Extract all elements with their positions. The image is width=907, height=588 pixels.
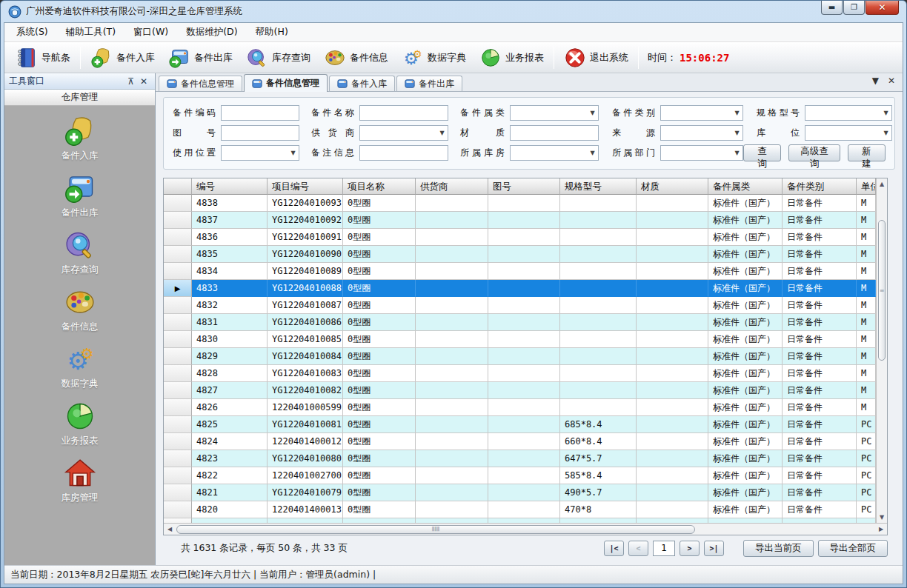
last-page-button[interactable]: >| (704, 541, 724, 556)
field-combo-供货商[interactable]: ▼ (359, 125, 448, 141)
row-selector-cell[interactable] (164, 484, 192, 501)
toolbar-button-navbar[interactable]: 导航条 (9, 44, 77, 72)
column-header-供货商[interactable]: 供货商 (416, 178, 488, 195)
menu-item-5[interactable]: 帮助(H) (247, 23, 297, 41)
column-header-备件属类[interactable]: 备件属类 (708, 178, 783, 195)
advanced-query-button[interactable]: 高级查询 (788, 144, 840, 161)
field-combo-使用位置[interactable]: ▼ (221, 145, 299, 161)
close-button[interactable]: ✕ (866, 1, 899, 15)
field-combo-规格型号[interactable]: ▼ (805, 105, 892, 121)
scroll-up-icon[interactable]: ▲ (877, 178, 887, 190)
sidebar-item-parts-out[interactable]: 备件出库 (4, 172, 155, 219)
column-header-项目编号[interactable]: 项目编号 (268, 178, 343, 195)
row-selector-cell[interactable] (164, 348, 192, 365)
table-row[interactable] (164, 518, 876, 523)
export-current-page-button[interactable]: 导出当前页 (743, 540, 814, 557)
scroll-down-icon[interactable]: ▼ (877, 512, 887, 523)
row-selector-cell[interactable] (164, 314, 192, 331)
table-row[interactable]: 4827YG122040100820型圈标准件（国产）日常备件M (164, 382, 876, 399)
row-selector-cell[interactable] (164, 433, 192, 450)
toolbar-button-parts-info[interactable]: 备件信息 (317, 44, 395, 72)
row-selector-cell[interactable] (164, 297, 192, 314)
tab-1[interactable]: 备件信息管理 (159, 76, 242, 91)
column-header-编号[interactable]: 编号 (192, 178, 268, 195)
row-selector-cell[interactable] (164, 450, 192, 467)
sidebar-item-parts-in[interactable]: 备件入库 (4, 115, 155, 162)
row-selector-cell[interactable] (164, 212, 192, 229)
horizontal-scrollbar-thumb[interactable]: ⦀⦀⦀ (176, 525, 695, 534)
menu-item-2[interactable]: 辅助工具(T) (57, 23, 124, 41)
tab-list-dropdown-icon[interactable]: ▼ (872, 76, 879, 85)
tab-4[interactable]: 备件出库 (396, 76, 462, 91)
field-input-图号[interactable] (221, 125, 299, 141)
row-selector-cell[interactable] (164, 467, 192, 484)
title-bar[interactable]: 广州爱奇迪软件科技有限公司-深田之星仓库管理系统 (1, 1, 906, 22)
row-selector-cell[interactable] (164, 229, 192, 246)
tab-2[interactable]: 备件信息管理 (244, 74, 328, 92)
export-all-pages-button[interactable]: 导出全部页 (818, 540, 888, 557)
field-combo-来源[interactable]: ▼ (660, 125, 743, 141)
sidebar-item-parts-info[interactable]: 备件信息 (4, 286, 155, 333)
table-row[interactable]: 482212204010027000型圈585*8.4标准件（国产）日常备件PC (164, 467, 876, 484)
toolbar-button-report[interactable]: 业务报表 (473, 44, 551, 72)
row-selector-cell[interactable]: ▶ (164, 280, 192, 297)
pin-icon[interactable]: ⊼ (124, 76, 137, 87)
table-row[interactable]: 4830YG122040100850型圈标准件（国产）日常备件M (164, 331, 876, 348)
table-row[interactable]: 4825YG122040100810型圈685*8.4标准件（国产）日常备件PC (164, 416, 876, 433)
close-panel-icon[interactable]: ✕ (137, 76, 150, 87)
menu-item-3[interactable]: 窗口(W) (124, 23, 177, 41)
sidebar-item-warehouse-mgmt[interactable]: 库房管理 (4, 457, 155, 504)
row-selector-cell[interactable] (164, 518, 192, 523)
toolbar-button-exit[interactable]: 退出系统 (557, 44, 635, 72)
prev-page-button[interactable]: < (628, 541, 648, 556)
table-row[interactable]: 482012204014000130型圈470*8标准件（国产）日常备件PC (164, 501, 876, 518)
table-row[interactable]: 482612204010005990型圈标准件（国产）日常备件M (164, 399, 876, 416)
field-input-备件编码[interactable] (221, 105, 299, 121)
vertical-scrollbar-thumb[interactable]: ≡ (878, 220, 886, 361)
query-button[interactable]: 查询 (743, 144, 781, 161)
table-row[interactable]: 4823YG122040100800型圈647*5.7标准件（国产）日常备件PC (164, 450, 876, 467)
page-number-input[interactable] (653, 541, 675, 556)
table-row[interactable]: 4835YG122040100900型圈标准件（国产）日常备件M (164, 246, 876, 263)
toolbar-button-parts-in[interactable]: 备件入库 (84, 44, 162, 72)
field-combo-备件属类[interactable]: ▼ (510, 105, 599, 121)
first-page-button[interactable]: |< (604, 541, 624, 556)
field-combo-所属部门[interactable]: ▼ (660, 145, 743, 161)
column-header-单位[interactable]: 单位 (857, 178, 876, 195)
row-selector-cell[interactable] (164, 365, 192, 382)
next-page-button[interactable]: > (680, 541, 700, 556)
field-combo-库位[interactable]: ▼ (805, 125, 892, 141)
table-row[interactable]: 4837YG122040100920型圈标准件（国产）日常备件M (164, 212, 876, 229)
column-header-备件类别[interactable]: 备件类别 (783, 178, 857, 195)
row-selector-cell[interactable] (164, 501, 192, 518)
column-header-规格型号[interactable]: 规格型号 (560, 178, 637, 195)
toolbar-button-data-dict[interactable]: ⚙⚙数据字典 (395, 44, 473, 72)
toolbar-button-parts-out[interactable]: 备件出库 (162, 44, 239, 72)
table-row[interactable]: 4829YG122040100840型圈标准件（国产）日常备件M (164, 348, 876, 365)
scroll-right-icon[interactable]: ▶ (875, 524, 887, 535)
row-selector-cell[interactable] (164, 416, 192, 433)
field-combo-备件类别[interactable]: ▼ (660, 105, 743, 121)
field-input-材质[interactable] (510, 125, 599, 141)
table-row[interactable]: 4836YG122040100910型圈标准件（国产）日常备件M (164, 229, 876, 246)
table-row[interactable]: 4832YG122040100870型圈标准件（国产）日常备件M (164, 297, 876, 314)
table-row[interactable]: 4838YG122040100930型圈标准件（国产）日常备件M (164, 195, 876, 212)
row-selector-cell[interactable] (164, 382, 192, 399)
table-row[interactable]: 4831YG122040100860型圈标准件（国产）日常备件M (164, 314, 876, 331)
column-header-材质[interactable]: 材质 (637, 178, 708, 195)
row-selector-cell[interactable] (164, 195, 192, 212)
column-header-图号[interactable]: 图号 (488, 178, 560, 195)
table-row[interactable]: ▶4833YG122040100880型圈标准件（国产）日常备件M (164, 280, 876, 297)
menu-item-4[interactable]: 数据维护(D) (177, 23, 246, 41)
row-selector-cell[interactable] (164, 331, 192, 348)
field-combo-所属库房[interactable]: ▼ (510, 145, 599, 161)
sidebar-item-inventory-query[interactable]: 库存查询 (4, 229, 155, 276)
sidebar-item-data-dict[interactable]: ⚙⚙数据字典 (4, 343, 155, 390)
field-input-备件名称[interactable] (359, 105, 448, 121)
toolbar-button-inventory-query[interactable]: 库存查询 (239, 44, 317, 72)
horizontal-scrollbar[interactable]: ◀ ⦀⦀⦀ ▶ (164, 523, 887, 535)
table-row[interactable]: 4834YG122040100890型圈标准件（国产）日常备件M (164, 263, 876, 280)
sidebar-group-warehouse[interactable]: 仓库管理 (4, 90, 155, 106)
menu-item-1[interactable]: 系统(S) (7, 23, 57, 41)
tab-3[interactable]: 备件入库 (329, 76, 395, 91)
